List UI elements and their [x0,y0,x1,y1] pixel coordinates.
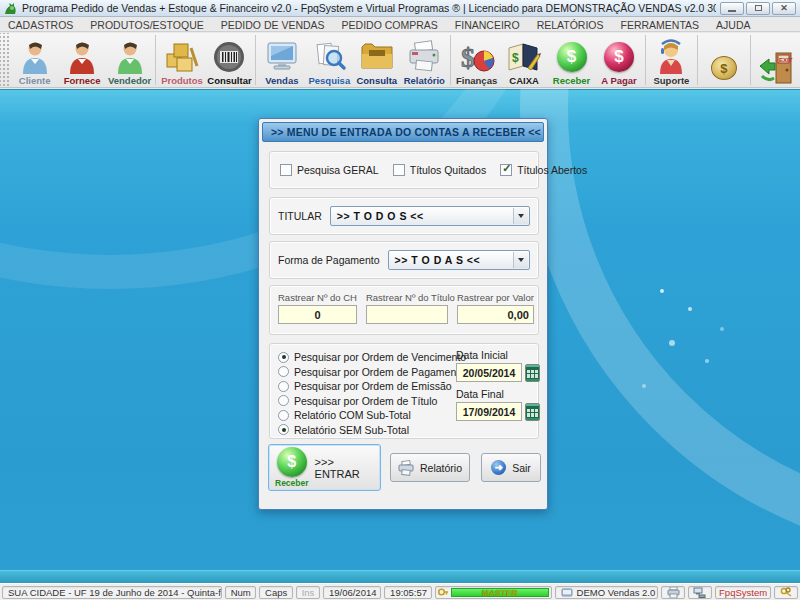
toolbar-separator [750,35,751,85]
toolbar-fornece-label: Fornece [64,75,101,86]
relatorio-button-label: Relatório [420,462,462,474]
toolbar-apagar-label: A Pagar [601,75,637,86]
toolbar-produtos-button[interactable]: Produtos [158,33,205,87]
toolbar-apagar-button[interactable]: $ A Pagar [595,33,642,87]
toolbar-fornece-button[interactable]: Fornece [58,33,105,87]
toolbar-relatorio-button[interactable]: Relatório [401,33,448,87]
toolbar-consulta-button[interactable]: Consulta [353,33,400,87]
radio-relatorio-com-subtotal[interactable]: Relatório COM Sub-Total [278,408,466,423]
radio-relatorio-sem-subtotal[interactable]: Relatório SEM Sub-Total [278,423,466,438]
computer-network-icon [693,587,706,598]
toolbar-consultar-label: Consultar [207,75,251,86]
status-app-name: DEMO Vendas 2.0 [577,587,656,598]
menu-produtos-estoque[interactable]: PRODUTOS/ESTOQUE [90,19,203,31]
radio-ordem-emissao[interactable]: Pesquisar por Ordem de Emissão [278,379,466,394]
desktop-bottom-strip [0,570,800,583]
radio-ordem-vencimento-circle[interactable] [278,352,289,363]
status-printer-panel[interactable] [661,586,685,599]
sair-button[interactable]: ➜ Sair [481,453,541,482]
printer-icon [406,39,442,75]
checkbox-titulos-abertos[interactable]: Títulos Abertos [500,164,587,176]
checkbox-titulos-quitados-box[interactable] [393,164,405,176]
pay-red-dollar-icon: $ [604,39,634,75]
search-docs-icon [312,39,346,75]
status-time: 19:05:57 [384,586,432,599]
entrar-button-label: >>> ENTRAR [315,456,380,480]
radio-ordem-emissao-circle[interactable] [278,381,289,392]
receive-green-dollar-icon: $ [557,39,587,75]
toolbar-separator [255,35,256,85]
barcode-search-icon [212,39,246,75]
status-master-badge: MASTER [451,588,549,597]
toolbar-vendas-button[interactable]: Vendas [258,33,305,87]
titular-group: TITULAR >> T O D O S << [269,197,539,235]
close-button[interactable]: ✕ [772,2,796,15]
calendar-icon[interactable] [525,364,540,382]
toolbar-financas-button[interactable]: $ Finanças [453,33,500,87]
toolbar-vendas-label: Vendas [265,75,298,86]
menu-pedido-de-vendas[interactable]: PEDIDO DE VENDAS [221,19,325,31]
radio-relatorio-sem-subtotal-circle[interactable] [278,424,289,435]
toolbar-consultar-button[interactable]: Consultar [206,33,253,87]
radio-ordem-titulo-circle[interactable] [278,395,289,406]
radio-relatorio-com-subtotal-circle[interactable] [278,410,289,421]
data-final-input[interactable] [456,402,522,421]
toolbar-pesquisa-button[interactable]: Pesquisa [306,33,353,87]
rastrear-titulo-input[interactable] [366,305,448,324]
dialog-title-bar[interactable]: >> MENU DE ENTRADA DO CONTAS A RECEBER <… [262,122,544,142]
receber-dollar-icon: $ Receber [275,447,309,488]
entrar-button[interactable]: $ Receber >>> ENTRAR [268,444,381,491]
toolbar-caixa-button[interactable]: $ CAIXA [500,33,547,87]
status-num-lock: Num [225,586,256,599]
rastrear-ch-input[interactable] [278,305,357,324]
menu-financeiro[interactable]: FINANCEIRO [455,19,520,31]
data-inicial-input[interactable] [456,363,522,382]
status-app-panel: DEMO Vendas 2.0 [555,586,659,599]
radio-relatorio-sem-subtotal-label: Relatório SEM Sub-Total [294,424,409,436]
toolbar-caixa-label: CAIXA [509,75,539,86]
toolbar-coin-button[interactable]: $ [700,33,747,87]
menu-relatorios[interactable]: RELATÓRIOS [537,19,604,31]
toolbar-vendedor-button[interactable]: Vendedor [106,33,153,87]
status-network-panel[interactable] [688,586,712,599]
checkbox-titulos-abertos-box[interactable] [500,164,512,176]
rastrear-group: Rastrear Nº do CH Rastrear Nº do Título … [269,285,539,335]
chevron-down-icon[interactable] [513,252,528,268]
toolbar-consulta-label: Consulta [356,75,397,86]
toolbar-cliente-button[interactable]: Cliente [11,33,58,87]
radio-ordem-pagamento[interactable]: Pesquisar por Ordem de Pagamento [278,365,466,380]
radio-ordem-vencimento[interactable]: Pesquisar por Ordem de Vencimento [278,350,466,365]
forma-pagamento-select-value: >> T O D A S << [395,254,481,266]
menu-cadastros[interactable]: CADASTROS [8,19,73,31]
menu-ajuda[interactable]: AJUDA [716,19,750,31]
forma-pagamento-select[interactable]: >> T O D A S << [388,250,530,270]
checkbox-group: Pesquisa GERAL Títulos Quitados Títulos … [269,151,539,189]
toolbar-exit-button[interactable]: EXIT [752,33,799,87]
date-range: Data Inicial Data Final [456,349,534,427]
status-insert: Ins [296,586,320,599]
checkbox-pesquisa-geral-box[interactable] [280,164,292,176]
calendar-icon[interactable] [525,403,540,421]
status-bar: SUA CIDADE - UF 19 de Junho de 2014 - Qu… [0,583,800,600]
relatorio-button[interactable]: Relatório [390,453,470,482]
status-keys-panel[interactable] [774,586,798,599]
radio-ordem-pagamento-circle[interactable] [278,366,289,377]
radio-ordem-titulo[interactable]: Pesquisar por Ordem de Título [278,394,466,409]
sair-button-label: Sair [512,462,531,474]
checkbox-pesquisa-geral[interactable]: Pesquisa GERAL [280,164,379,176]
toolbar-grip [0,33,11,87]
titular-select[interactable]: >> T O D O S << [330,206,530,226]
toolbar-vendedor-label: Vendedor [108,75,151,86]
toolbar-suporte-button[interactable]: Suporte [648,33,695,87]
toolbar-receber-button[interactable]: $ Receber [548,33,595,87]
menu-pedido-compras[interactable]: PEDIDO COMPRAS [342,19,438,31]
toolbar-produtos-label: Produtos [161,75,203,86]
svg-text:$: $ [512,51,519,65]
rastrear-valor-input[interactable] [457,305,534,324]
toolbar-separator [697,35,698,85]
menu-ferramentas[interactable]: FERRAMENTAS [621,19,700,31]
chevron-down-icon[interactable] [513,208,528,224]
checkbox-titulos-quitados[interactable]: Títulos Quitados [393,164,486,176]
restore-button[interactable] [746,2,770,15]
minimize-button[interactable] [720,2,744,15]
